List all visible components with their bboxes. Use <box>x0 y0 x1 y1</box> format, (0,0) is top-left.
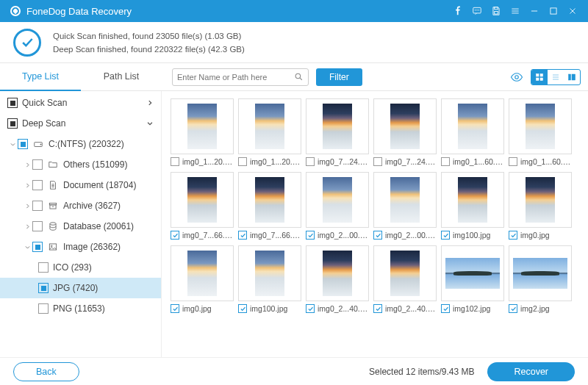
checkbox-icon[interactable] <box>32 221 43 231</box>
save-icon[interactable] <box>487 0 506 22</box>
sidebar-item-archive[interactable]: Archive (3627) <box>0 195 161 216</box>
file-checkbox[interactable] <box>373 304 382 313</box>
file-checkbox[interactable] <box>238 231 247 240</box>
file-cell[interactable]: img0_7...24.jpg <box>306 98 369 166</box>
tab-path-list[interactable]: Path List <box>81 63 162 91</box>
view-grid-icon[interactable] <box>531 70 548 84</box>
file-cell[interactable]: img0_7...66.jpg <box>171 172 234 240</box>
view-detail-icon[interactable] <box>564 70 580 84</box>
file-cell[interactable]: img0_7...24.jpg <box>373 98 437 166</box>
file-cell[interactable]: img100.jpg <box>441 172 504 240</box>
sidebar-item-image[interactable]: Image (26362) <box>0 237 161 257</box>
file-thumbnail[interactable] <box>306 245 369 301</box>
file-thumbnail[interactable] <box>441 98 504 154</box>
tab-type-list[interactable]: Type List <box>0 63 81 91</box>
file-checkbox[interactable] <box>373 157 382 166</box>
file-checkbox[interactable] <box>306 231 315 240</box>
file-checkbox[interactable] <box>509 304 517 313</box>
file-checkbox[interactable] <box>306 157 315 166</box>
recover-button[interactable]: Recover <box>487 362 575 381</box>
file-thumbnail[interactable] <box>509 98 572 154</box>
file-thumbnail[interactable] <box>509 245 572 301</box>
file-thumbnail[interactable] <box>373 172 437 228</box>
search-input[interactable] <box>177 73 294 82</box>
file-thumbnail[interactable] <box>373 245 437 301</box>
minimize-icon[interactable] <box>525 0 544 22</box>
checkbox-icon[interactable] <box>38 262 49 273</box>
menu-icon[interactable] <box>506 0 525 22</box>
file-checkbox[interactable] <box>441 231 450 240</box>
file-thumbnail[interactable] <box>171 245 234 301</box>
file-checkbox[interactable] <box>171 304 179 313</box>
file-checkbox[interactable] <box>238 304 247 313</box>
chevron-right-icon[interactable] <box>22 223 32 230</box>
file-thumbnail[interactable] <box>306 172 369 228</box>
sidebar-item-database[interactable]: Database (20061) <box>0 216 161 237</box>
chevron-right-icon[interactable] <box>22 203 32 209</box>
file-cell[interactable]: img102.jpg <box>441 245 504 313</box>
chevron-down-icon[interactable] <box>7 141 18 148</box>
preview-toggle-icon[interactable] <box>507 71 526 84</box>
file-checkbox[interactable] <box>509 231 517 240</box>
filter-button[interactable]: Filter <box>316 68 362 86</box>
file-cell[interactable]: img0_1...20.jpg <box>171 98 234 166</box>
file-checkbox[interactable] <box>238 157 247 166</box>
file-cell[interactable]: img0_2...40.jpg <box>373 245 437 313</box>
file-thumbnail[interactable] <box>238 172 301 228</box>
search-box[interactable] <box>172 68 309 86</box>
checkbox-icon[interactable] <box>7 98 18 108</box>
file-cell[interactable]: img0_2...40.jpg <box>306 245 369 313</box>
sidebar-item-document[interactable]: Document (18704) <box>0 175 161 195</box>
file-thumbnail[interactable] <box>306 98 369 154</box>
file-checkbox[interactable] <box>441 304 450 313</box>
file-checkbox[interactable] <box>306 304 315 313</box>
sidebar-item-png[interactable]: PNG (11653) <box>0 298 161 319</box>
checkbox-icon[interactable] <box>32 242 43 252</box>
file-thumbnail[interactable] <box>238 245 301 301</box>
maximize-icon[interactable] <box>544 0 563 22</box>
file-cell[interactable]: img0_2...00.jpg <box>373 172 437 240</box>
sidebar-item-others[interactable]: Others (151099) <box>0 154 161 175</box>
file-cell[interactable]: img2.jpg <box>509 245 572 313</box>
view-list-icon[interactable] <box>548 70 564 84</box>
file-cell[interactable]: img0.jpg <box>509 172 572 240</box>
file-checkbox[interactable] <box>373 231 382 240</box>
file-thumbnail[interactable] <box>171 98 234 154</box>
file-checkbox[interactable] <box>441 157 450 166</box>
chevron-right-icon[interactable] <box>22 162 32 168</box>
file-checkbox[interactable] <box>509 157 517 166</box>
checkbox-icon[interactable] <box>32 201 43 211</box>
checkbox-icon[interactable] <box>38 283 49 293</box>
file-cell[interactable]: img0_1...60.jpg <box>509 98 572 166</box>
file-cell[interactable]: img0_1...20.jpg <box>238 98 301 166</box>
file-thumbnail[interactable] <box>238 98 301 154</box>
sidebar-item-jpg[interactable]: JPG (7420) <box>0 278 161 298</box>
checkbox-icon[interactable] <box>7 118 18 129</box>
sidebar-item-quick-scan[interactable]: Quick Scan <box>0 93 161 113</box>
file-thumbnail[interactable] <box>441 245 504 301</box>
close-icon[interactable] <box>563 0 582 22</box>
checkbox-icon[interactable] <box>32 180 43 190</box>
checkbox-icon[interactable] <box>38 303 49 314</box>
checkbox-icon[interactable] <box>18 139 28 149</box>
file-cell[interactable]: img0_1...60.jpg <box>441 98 504 166</box>
file-cell[interactable]: img0.jpg <box>171 245 234 313</box>
file-cell[interactable]: img0_7...66.jpg <box>238 172 301 240</box>
feedback-icon[interactable] <box>467 0 487 22</box>
file-checkbox[interactable] <box>171 231 179 240</box>
file-thumbnail[interactable] <box>171 172 234 228</box>
file-checkbox[interactable] <box>171 157 179 166</box>
chevron-down-icon[interactable] <box>22 244 32 251</box>
sidebar-item-drive[interactable]: C:(NTFS) (220322) <box>0 134 161 154</box>
file-thumbnail[interactable] <box>509 172 572 228</box>
file-thumbnail[interactable] <box>373 98 437 154</box>
file-cell[interactable]: img0_2...00.jpg <box>306 172 369 240</box>
checkbox-icon[interactable] <box>32 159 43 170</box>
sidebar-item-ico[interactable]: ICO (293) <box>0 257 161 278</box>
file-cell[interactable]: img100.jpg <box>238 245 301 313</box>
file-thumbnail[interactable] <box>441 172 504 228</box>
sidebar-item-deep-scan[interactable]: Deep Scan <box>0 113 161 134</box>
chevron-right-icon[interactable] <box>22 182 32 189</box>
back-button[interactable]: Back <box>13 362 79 381</box>
facebook-icon[interactable] <box>448 0 467 22</box>
